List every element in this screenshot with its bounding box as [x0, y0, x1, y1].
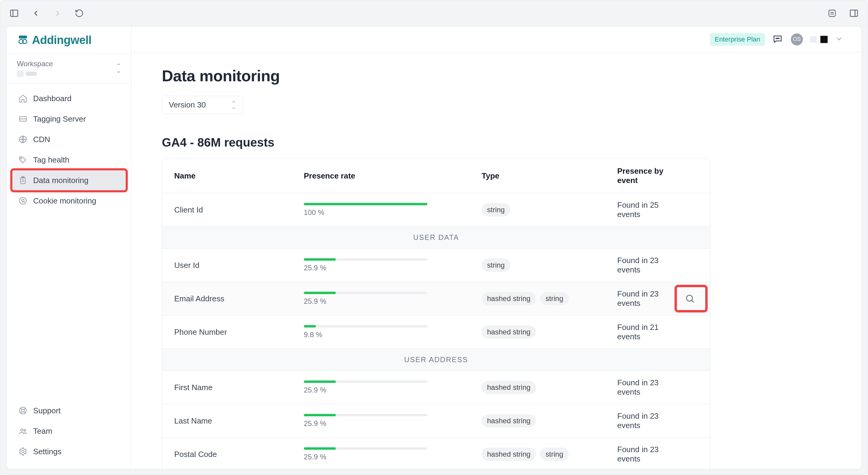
type-tag: string — [540, 292, 569, 305]
progress-label: 25.9 % — [304, 419, 464, 428]
globe-icon — [18, 135, 28, 144]
logo-text: Addingwell — [32, 34, 92, 47]
sidebar-item-cookie-monitoring[interactable]: Cookie monitoring — [12, 191, 126, 211]
progress-label: 25.9 % — [304, 297, 464, 306]
svg-line-27 — [24, 408, 26, 409]
svg-line-25 — [20, 408, 22, 409]
lifebuoy-icon — [18, 406, 28, 415]
progress-label: 25.9 % — [304, 453, 464, 461]
viewport: Addingwell Workspace ⌃⌄ Dashboard — [0, 0, 868, 475]
plan-badge[interactable]: Enterprise Plan — [710, 33, 765, 46]
sidebar-item-tag-health[interactable]: Tag health — [12, 149, 126, 170]
svg-point-24 — [22, 409, 24, 412]
svg-point-31 — [22, 450, 24, 453]
progress-label: 9.8 % — [304, 331, 464, 339]
table-row[interactable]: Last Name25.9 %hashed stringFound in 23 … — [162, 404, 710, 437]
panel-right-icon[interactable] — [848, 8, 859, 19]
search-button[interactable] — [682, 291, 698, 307]
back-icon[interactable] — [30, 8, 41, 19]
type-tag: string — [482, 203, 510, 216]
sidebar-item-label: CDN — [33, 135, 50, 144]
column-name: Name — [174, 171, 304, 181]
avatar[interactable]: OS — [791, 33, 803, 45]
row-presence: Found in 23 events — [617, 256, 668, 274]
presence-rate: 100 % — [304, 203, 482, 217]
svg-rect-0 — [10, 10, 18, 16]
table-row[interactable]: Client Id100 %stringFound in 25 events — [162, 193, 710, 226]
chat-icon[interactable] — [772, 34, 784, 45]
row-name: Email Address — [174, 294, 304, 303]
workspace-name-placeholder — [26, 72, 37, 76]
section-title: USER ADDRESS — [404, 355, 468, 364]
svg-rect-5 — [850, 10, 858, 16]
table-row[interactable]: First Name25.9 %hashed stringFound in 23… — [162, 371, 710, 404]
org-selector[interactable] — [810, 36, 828, 43]
progress-label: 25.9 % — [304, 386, 464, 394]
version-select[interactable]: Version 30 ⌃⌄ — [162, 96, 243, 114]
progress-bar — [304, 447, 427, 450]
presence-rate: 25.9 % — [304, 380, 482, 394]
row-name: Postal Code — [174, 450, 304, 459]
progress-label: 25.9 % — [304, 264, 464, 272]
sidebar-item-tagging-server[interactable]: Tagging Server — [12, 109, 126, 129]
page-title: Data monitoring — [162, 67, 710, 85]
users-icon — [18, 426, 28, 436]
table-row[interactable]: Phone Number9.8 %hashed stringFound in 2… — [162, 315, 710, 348]
table-row[interactable]: Postal Code25.9 %hashed stringstringFoun… — [162, 437, 710, 469]
server-icon — [18, 114, 28, 124]
sidebar-item-data-monitoring[interactable]: Data monitoring — [12, 170, 126, 191]
cookie-icon — [18, 196, 28, 206]
chevron-down-icon[interactable] — [835, 35, 843, 44]
sidebar-item-settings[interactable]: Settings — [12, 441, 126, 462]
clipboard-icon — [18, 175, 28, 185]
chevron-updown-icon: ⌃⌄ — [231, 101, 236, 109]
progress-bar — [304, 258, 427, 261]
extensions-icon[interactable] — [827, 8, 838, 19]
progress-label: 100 % — [304, 208, 464, 217]
sidebar-item-team[interactable]: Team — [12, 421, 126, 441]
browser-chrome — [0, 0, 868, 26]
tag-icon — [18, 155, 28, 165]
column-presence-by-event: Presence by event — [617, 166, 668, 185]
org-icon-placeholder — [810, 36, 817, 43]
row-types: hashed string — [482, 414, 617, 428]
home-icon — [18, 94, 28, 103]
sidebar-item-label: Tag health — [33, 155, 69, 165]
sidebar-item-dashboard[interactable]: Dashboard — [12, 88, 126, 109]
sidebar-item-label: Settings — [33, 447, 61, 456]
sidebar-item-label: Team — [33, 427, 53, 436]
svg-line-36 — [692, 300, 694, 303]
sidebar-item-label: Tagging Server — [33, 114, 86, 124]
chrome-left — [9, 8, 85, 19]
sidebar-item-label: Dashboard — [33, 94, 71, 103]
workspace-info: Workspace — [17, 60, 53, 77]
row-types: hashed stringstring — [482, 448, 617, 461]
sidebar-item-support[interactable]: Support — [12, 400, 126, 421]
type-tag: hashed string — [482, 448, 536, 461]
row-types: string — [482, 203, 617, 216]
svg-point-33 — [777, 38, 778, 38]
progress-bar — [304, 325, 427, 328]
progress-fill — [304, 258, 336, 261]
sidebar-toggle-icon[interactable] — [9, 8, 20, 19]
svg-point-22 — [24, 201, 25, 202]
row-presence: Found in 23 events — [617, 289, 668, 308]
workspace-selector[interactable]: Workspace ⌃⌄ — [7, 54, 131, 83]
row-types: string — [482, 259, 617, 272]
svg-point-30 — [24, 429, 26, 431]
row-name: First Name — [174, 383, 304, 392]
row-presence: Found in 25 events — [617, 201, 668, 219]
row-presence: Found in 23 events — [617, 445, 668, 464]
table-header: Name Presence rate Type Presence by even… — [162, 159, 710, 193]
progress-bar — [304, 380, 427, 383]
topbar: Enterprise Plan OS — [132, 27, 861, 53]
table-row[interactable]: User Id25.9 %stringFound in 23 events — [162, 248, 710, 282]
sidebar-item-cdn[interactable]: CDN — [12, 129, 126, 149]
logo[interactable]: Addingwell — [7, 27, 131, 54]
version-select-value: Version 30 — [169, 100, 206, 109]
reload-icon[interactable] — [74, 8, 85, 19]
table-row[interactable]: Email Address25.9 %hashed stringstringFo… — [162, 282, 710, 315]
row-name: User Id — [174, 261, 304, 270]
type-tag: string — [540, 448, 569, 461]
row-types: hashed string — [482, 326, 617, 339]
